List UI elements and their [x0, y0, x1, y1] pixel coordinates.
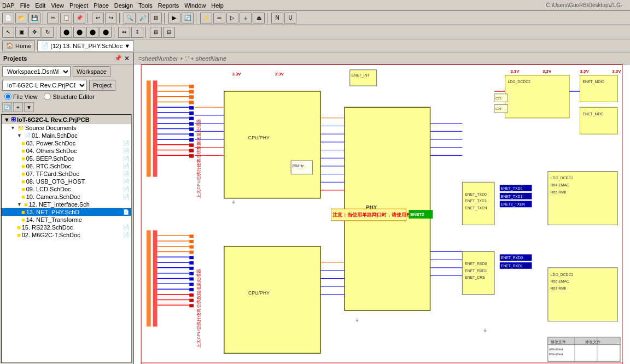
svg-rect-126	[462, 182, 494, 225]
svg-rect-53	[189, 261, 194, 265]
tb2-align-t[interactable]: ⬤	[86, 27, 98, 38]
close-panel-icon[interactable]: ✕	[124, 55, 130, 62]
tb2-arrow[interactable]: ↖	[2, 27, 14, 38]
tb2-select[interactable]: ▣	[15, 27, 27, 38]
svg-rect-29	[189, 144, 194, 147]
tree-item-05[interactable]: ■ 05. BEEP.SchDoc 📄	[2, 155, 131, 162]
tree-item-01-main[interactable]: ▼ 📄 01. Main.SchDoc	[2, 132, 131, 139]
tree-item-06[interactable]: ■ 06. RTC.SchDoc 📄	[2, 162, 131, 170]
menu-dap[interactable]: DAP	[2, 2, 15, 9]
menu-view[interactable]: View	[51, 2, 64, 9]
tree-item-15[interactable]: ■ 15. RS232.SchDoc 📄	[2, 224, 131, 231]
svg-text:⏚: ⏚	[483, 327, 487, 333]
doc-icon-04: ■	[21, 148, 25, 154]
svg-rect-22	[189, 106, 194, 109]
home-button[interactable]: 🏠 Home	[2, 40, 35, 51]
tree-item-02[interactable]: ■ 02. M6G2C-T.SchDoc 📄	[2, 231, 131, 239]
svg-rect-48	[189, 234, 194, 238]
svg-text:CPU/PHY: CPU/PHY	[248, 290, 270, 296]
tb-new[interactable]: 📄	[2, 13, 14, 24]
source-documents-group[interactable]: ▼ 📁 Source Documents	[2, 124, 131, 132]
svg-rect-21	[189, 101, 194, 104]
tree-item-03[interactable]: ■ 03. Power.SchDoc 📄	[2, 139, 131, 147]
tb-save[interactable]: 💾	[28, 13, 40, 24]
tb-undo[interactable]: ↩	[92, 13, 104, 24]
tb-ucc[interactable]: U	[284, 13, 296, 24]
tb-copy[interactable]: 📋	[60, 13, 72, 24]
tree-item-12[interactable]: ▼ ■ 12. NET_Interface.Sch	[2, 201, 131, 208]
svg-rect-106	[580, 107, 618, 134]
radio-structure-editor[interactable]: Structure Editor	[44, 93, 94, 100]
tb-redo[interactable]: ↪	[105, 13, 117, 24]
tb2-mirror[interactable]: ⇔	[118, 27, 130, 38]
svg-rect-23	[189, 111, 194, 115]
tb-zoom-out[interactable]: 🔎	[137, 13, 149, 24]
tb-paste[interactable]: 📌	[73, 13, 85, 24]
tree-item-04[interactable]: ■ 04. Others.SchDoc 📄	[2, 147, 131, 155]
svg-rect-25	[189, 122, 194, 126]
tree-item-10[interactable]: ■ 10. Camera.SchDoc 📄	[2, 193, 131, 201]
tb-net[interactable]: N	[271, 13, 283, 24]
expand-root-icon: ▼	[4, 116, 10, 123]
tb-gnd[interactable]: ⏚	[240, 13, 252, 24]
refresh-icon[interactable]: 🔄	[2, 102, 12, 112]
svg-rect-3	[153, 80, 158, 177]
tb2-align-b[interactable]: ⬤	[100, 27, 112, 38]
add-icon[interactable]: +	[13, 102, 23, 112]
home-icon: 🏠	[6, 42, 14, 49]
pcb-dropdown[interactable]: IoT-6G2C-L Rev.C.PrjPCB	[2, 80, 87, 91]
tb-fit[interactable]: ⊞	[150, 13, 162, 24]
tree-item-07[interactable]: ■ 07. TFCard.SchDoc 📄	[2, 170, 131, 178]
menu-help[interactable]: Help	[211, 2, 224, 9]
tb-port[interactable]: ▷	[226, 13, 238, 24]
tab-current-schematic[interactable]: 📄 (12) 13. NET_PHY.SchDoc ▼	[37, 40, 134, 51]
tree-item-13[interactable]: ■ 13. NET_PHY.SchD 📄	[2, 208, 131, 216]
workspace-button[interactable]: Workspace	[73, 66, 110, 77]
svg-rect-28	[189, 138, 194, 142]
svg-text:ENET_RXD0: ENET_RXD0	[465, 262, 487, 266]
svg-text:⏚: ⏚	[355, 316, 359, 322]
tb2-ungrp[interactable]: ⊟	[163, 27, 175, 38]
tb2-grp[interactable]: ⊞	[150, 27, 162, 38]
radio-file-view[interactable]: File View	[4, 93, 37, 100]
tree-item-08[interactable]: ■ 08. USB_OTG_HOST. 📄	[2, 178, 131, 185]
svg-rect-52	[189, 256, 194, 259]
menu-reports[interactable]: Reports	[158, 2, 179, 9]
menu-place[interactable]: Place	[94, 2, 109, 9]
tb-zoom-in[interactable]: 🔍	[124, 13, 136, 24]
project-button[interactable]: Project	[89, 80, 115, 91]
tb2-rotate[interactable]: ↻	[42, 27, 54, 38]
menu-edit[interactable]: Edit	[35, 2, 45, 9]
file-indicator-09: 📄	[123, 186, 129, 192]
tb2-align-r[interactable]: ⬤	[73, 27, 85, 38]
menu-project[interactable]: Project	[69, 2, 88, 9]
menu-window[interactable]: Window	[184, 2, 206, 9]
tree-item-14[interactable]: ■ 14. NET_Transforme	[2, 216, 131, 224]
tb-open[interactable]: 📂	[15, 13, 27, 24]
svg-rect-27	[189, 133, 194, 136]
svg-text:ENET_RXD1: ENET_RXD1	[501, 264, 523, 268]
tb-cut[interactable]: ✂	[47, 13, 59, 24]
svg-text:修改文件: 修改文件	[551, 340, 566, 344]
tb-compile[interactable]: ▶	[168, 13, 180, 24]
svg-rect-57	[189, 283, 194, 286]
tb2-align-l[interactable]: ⬤	[60, 27, 72, 38]
pin-icon[interactable]: 📌	[114, 55, 122, 62]
tb2-move[interactable]: ✥	[28, 27, 40, 38]
svg-text:aModified: aModified	[549, 348, 563, 351]
arrow-icon[interactable]: ▼	[24, 102, 34, 112]
workspace-dropdown[interactable]: Workspace1.DsnWrk	[2, 66, 71, 77]
tb-bus[interactable]: ═	[213, 13, 225, 24]
tb2-flip[interactable]: ⇕	[131, 27, 143, 38]
tb-update[interactable]: 🔄	[182, 13, 194, 24]
svg-rect-49	[189, 240, 194, 243]
schematic-canvas[interactable]: CPU/PHY CPU/PHY PHY	[134, 64, 630, 364]
menu-tools[interactable]: Tools	[138, 2, 153, 9]
menu-design[interactable]: Design	[114, 2, 133, 9]
home-label: Home	[15, 43, 31, 49]
tb-pwr[interactable]: ⏏	[253, 13, 265, 24]
menu-file[interactable]: File	[20, 2, 30, 9]
tb-wire[interactable]: ⚡	[200, 13, 212, 24]
tree-item-09[interactable]: ■ 09. LCD.SchDoc 📄	[2, 185, 131, 193]
tree-root-item[interactable]: ▼ ⊞ IoT-6G2C-L Rev.C.PrjPCB	[2, 115, 131, 124]
